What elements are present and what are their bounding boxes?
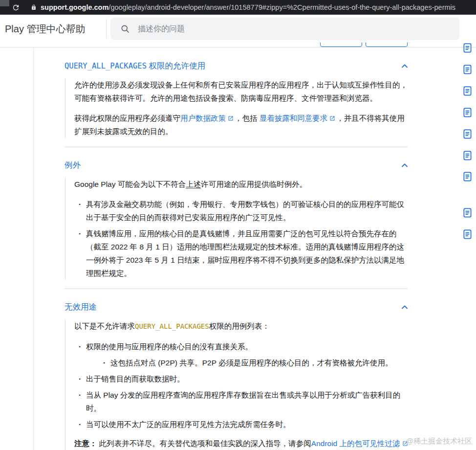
link-disclosure-consent[interactable]: 显着披露和同意要求	[260, 114, 328, 122]
section-body-exceptions: Google Play 可能会为以下不符合上述许可用途的应用提供临时例外。 具有…	[65, 178, 410, 280]
content-left-rule	[33, 47, 34, 450]
doc-icon[interactable]	[463, 64, 472, 75]
doc-icon[interactable]	[463, 43, 472, 53]
list-item-text: 出于销售目的而获取数据时。	[86, 375, 185, 383]
doc-icon[interactable]	[463, 171, 472, 182]
list-item: 真钱赌博应用，应用的核心目的是真钱赌博，并且应用需要广泛的包可见性以符合预先存在…	[74, 227, 410, 280]
search-input[interactable]	[138, 24, 431, 33]
search-box[interactable]	[110, 18, 459, 40]
list-item: 这包括点对点 (P2P) 共享。P2P 必须是应用程序的核心目的，才有资格被允许…	[99, 356, 410, 369]
section-heading-text: QUERY_ALL_PACKAGES 权限的允许使用	[65, 61, 205, 71]
section-divider	[65, 147, 408, 147]
site-title[interactable]: Play 管理中心帮助	[5, 22, 85, 35]
url-domain: support.google.com	[41, 3, 108, 11]
inline-code: QUERY_ALL_PACKAGES	[135, 322, 209, 330]
list-item: 具有涉及金融交易功能（例如，专用银行、专用数字钱包）的可验证核心目的的应用程序可…	[74, 198, 410, 224]
list-item-text: 这包括点对点 (P2P) 共享。P2P 必须是应用程序的核心目的，才有资格被允许…	[110, 359, 393, 367]
chevron-up-icon[interactable]	[400, 302, 410, 312]
list-item-text: 当可以使用不太广泛的应用程序可见性方法完成所需任务时。	[86, 420, 291, 428]
paragraph: 允许的使用涉及必须发现设备上任何和所有已安装应用程序的应用程序，出于认知或互操作…	[74, 78, 410, 105]
list-item-text: 真钱赌博应用，应用的核心目的是真钱赌博，并且应用需要广泛的包可见性以符合预先存在…	[86, 229, 404, 277]
text-run: ，包括	[235, 114, 260, 122]
section-heading-exceptions[interactable]: 例外	[65, 160, 410, 171]
text-run: 此列表并不详尽。有关替代选项和最佳实践的深入指导，请参阅	[97, 439, 311, 448]
text-run: 获得此权限的应用程序必须遵守	[74, 114, 180, 122]
doc-icon[interactable]	[463, 229, 472, 240]
section-heading-permitted-uses[interactable]: QUERY_ALL_PACKAGES 权限的允许使用	[65, 61, 410, 71]
underlined-term: 上述	[186, 180, 201, 189]
heading-code-text: QUERY_ALL_PACKAGES	[65, 62, 147, 70]
nested-list: 这包括点对点 (P2P) 共享。P2P 必须是应用程序的核心目的，才有资格被允许…	[99, 356, 410, 369]
doc-icon[interactable]	[463, 150, 472, 161]
section-heading-text: 无效用途	[65, 302, 97, 313]
text-run: 以下是不允许请求	[74, 322, 135, 330]
tab-corner	[0, 0, 9, 6]
browser-url-bar[interactable]: support.google.com/googleplay/android-de…	[0, 0, 476, 15]
list-item-text: 权限的使用与应用程序的核心目的没有直接关系。	[86, 342, 253, 351]
help-site-header: Play 管理中心帮助	[0, 15, 476, 43]
url-text[interactable]: support.google.com/googleplay/android-de…	[41, 3, 455, 11]
list-item: 权限的使用与应用程序的核心目的没有直接关系。 这包括点对点 (P2P) 共享。P…	[74, 340, 410, 369]
paragraph: 以下是不允许请求QUERY_ALL_PACKAGES权限的用例列表：	[74, 319, 410, 333]
list-item-text: 当从 Play 分发的应用程序查询的应用程序库存数据旨在出售或共享以用于分析或广…	[86, 391, 400, 412]
list-item: 出于销售目的而获取数据时。	[74, 372, 410, 385]
list-item: 当可以使用不太广泛的应用程序可见性方法完成所需任务时。	[74, 418, 410, 431]
invalid-uses-list: 权限的使用与应用程序的核心目的没有直接关系。 这包括点对点 (P2P) 共享。P…	[74, 340, 410, 431]
note-paragraph: 注意： 此列表并不详尽。有关替代选项和最佳实践的深入指导，请参阅Android …	[74, 437, 410, 450]
doc-icon[interactable]	[463, 107, 472, 118]
watermark: @稀土掘金技术社区	[406, 437, 472, 446]
url-path: /googleplay/android-developer/answer/101…	[108, 3, 455, 11]
article: QUERY_ALL_PACKAGES 权限的允许使用 允许的使用涉及必须发现设备…	[65, 47, 410, 450]
chevron-up-icon[interactable]	[400, 61, 410, 71]
paragraph: 获得此权限的应用程序必须遵守用户数据政策，包括 显着披露和同意要求，并且不得将其…	[74, 112, 410, 138]
paragraph: Google Play 可能会为以下不符合上述许可用途的应用提供临时例外。	[74, 178, 410, 191]
section-divider	[65, 289, 408, 289]
heading-rest-text: 权限的允许使用	[147, 61, 205, 70]
chevron-up-icon[interactable]	[400, 160, 410, 170]
external-link-icon[interactable]	[329, 112, 335, 118]
list-item: 当从 Play 分发的应用程序查询的应用程序库存数据旨在出售或共享以用于分析或广…	[74, 388, 410, 415]
text-run: Google Play 可能会为以下不符合	[74, 180, 186, 188]
lock-icon	[31, 4, 37, 11]
section-heading-text: 例外	[65, 160, 81, 171]
link-user-data-policy[interactable]: 用户数据政策	[180, 114, 226, 122]
list-item-text: 具有涉及金融交易功能（例如，专用银行、专用数字钱包）的可验证核心目的的应用程序可…	[86, 200, 404, 222]
section-body-invalid-uses: 以下是不允许请求QUERY_ALL_PACKAGES权限的用例列表： 权限的使用…	[65, 319, 410, 450]
reload-icon[interactable]	[12, 3, 20, 12]
link-package-visibility-filtering[interactable]: Android 上的包可见性过滤	[311, 439, 400, 448]
header-divider	[106, 19, 107, 38]
search-icon	[120, 24, 130, 34]
note-label: 注意：	[74, 439, 97, 448]
text-run: 许可用途的应用提供临时例外。	[201, 180, 307, 188]
text-run: 权限的用例列表：	[209, 322, 270, 330]
external-link-icon[interactable]	[228, 112, 234, 118]
section-heading-invalid-uses[interactable]: 无效用途	[65, 302, 410, 313]
doc-icon[interactable]	[463, 207, 472, 218]
section-body-permitted-uses: 允许的使用涉及必须发现设备上任何和所有已安装应用程序的应用程序，出于认知或互操作…	[65, 78, 410, 138]
exceptions-list: 具有涉及金融交易功能（例如，专用银行、专用数字钱包）的可验证核心目的的应用程序可…	[74, 198, 410, 280]
doc-icon[interactable]	[463, 129, 472, 139]
doc-icon[interactable]	[463, 86, 472, 96]
